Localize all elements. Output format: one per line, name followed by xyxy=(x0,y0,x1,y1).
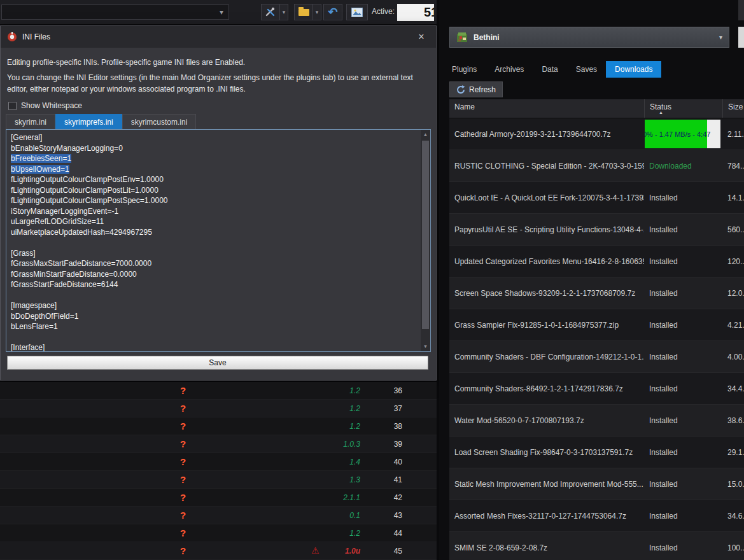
download-row[interactable]: Updated Categorized Favorites Menu-16416… xyxy=(449,246,744,277)
editor-line[interactable]: [Grass] xyxy=(11,248,418,259)
download-row[interactable]: Water Mod-56520-0-7-1700807193.7zInstall… xyxy=(449,405,744,437)
unknown-category-icon[interactable]: ? xyxy=(180,438,186,449)
download-row[interactable]: Screen Space Shadows-93209-1-2-1-1737068… xyxy=(449,277,744,309)
unknown-category-icon[interactable]: ? xyxy=(180,492,186,503)
tab-data[interactable]: Data xyxy=(533,61,566,78)
editor-line[interactable]: fGrassMinStartFadeDistance=0.0000 xyxy=(11,269,418,280)
editor-line[interactable]: bDoDepthOfField=1 xyxy=(11,311,418,322)
download-row[interactable]: PapyrusUtil AE SE - Scripting Utility Fu… xyxy=(449,214,744,246)
run-button-partial[interactable] xyxy=(738,27,744,48)
unknown-category-icon[interactable]: ? xyxy=(180,510,186,521)
unknown-category-icon[interactable]: ? xyxy=(180,403,186,414)
editor-line[interactable]: [General] xyxy=(11,132,418,143)
editor-line[interactable]: uiMarketplaceUpdatedHash=4294967295 xyxy=(11,227,418,238)
editor-line[interactable]: fLightingOutputColourClampPostEnv=1.0000 xyxy=(11,174,418,185)
scroll-up-icon[interactable]: ▲ xyxy=(421,130,430,139)
ini-tab-skyrim-ini[interactable]: skyrim.ini xyxy=(6,114,55,129)
mod-row[interactable]: ?1.236 xyxy=(0,382,437,400)
tab-plugins[interactable]: Plugins xyxy=(443,61,486,78)
download-status: Installed xyxy=(644,532,722,560)
ini-files-dialog: INI Files × Editing profile-specific INI… xyxy=(0,25,437,381)
download-status: Installed xyxy=(644,182,722,213)
open-folder-button[interactable] xyxy=(294,4,313,20)
refresh-button[interactable]: Refresh xyxy=(449,81,503,97)
image-button[interactable] xyxy=(346,4,368,20)
download-row[interactable]: QuickLoot IE - A QuickLoot EE Fork-12007… xyxy=(449,182,744,214)
editor-line[interactable]: bEnableStoryManagerLogging=0 xyxy=(11,143,418,154)
download-row[interactable]: Grass Sampler Fix-91285-1-0-1-1684975377… xyxy=(449,309,744,341)
mod-row[interactable]: ?1.244 xyxy=(0,524,437,542)
show-whitespace-checkbox[interactable] xyxy=(8,102,17,110)
folder-dropdown-caret[interactable]: ▾ xyxy=(313,4,321,20)
editor-line[interactable]: bFreebiesSeen=1 xyxy=(11,153,418,164)
mod-row[interactable]: ?⚠1.0u45 xyxy=(0,542,437,560)
editor-line[interactable] xyxy=(11,237,418,248)
editor-scrollbar[interactable]: ▲ ▼ xyxy=(421,130,430,351)
editor-line[interactable]: [Imagespace] xyxy=(11,300,418,311)
close-icon[interactable]: × xyxy=(413,30,430,44)
tab-archives[interactable]: Archives xyxy=(486,61,533,78)
scroll-down-icon[interactable]: ▼ xyxy=(421,342,430,351)
profile-selector[interactable]: ▾ xyxy=(1,4,229,20)
download-row[interactable]: Community Shaders - DBF Configuration-14… xyxy=(449,341,744,373)
download-row[interactable]: SMIM SE 2-08-659-2-08.7zInstalled100... xyxy=(449,532,744,560)
editor-line[interactable]: fLightingOutputColourClampPostSpec=1.000… xyxy=(11,195,418,206)
active-count-field[interactable]: 51 xyxy=(397,4,434,21)
unknown-category-icon[interactable]: ? xyxy=(180,545,186,556)
unknown-category-icon[interactable]: ? xyxy=(180,421,186,431)
editor-line[interactable]: bUpsellOwned=1 xyxy=(11,164,418,175)
save-button[interactable]: Save xyxy=(7,356,428,370)
editor-line[interactable]: uLargeRefLODGridSize=11 xyxy=(11,216,418,227)
download-size: 14.1... xyxy=(722,193,744,202)
picture-icon xyxy=(351,8,363,17)
mod-row[interactable]: ?1.237 xyxy=(0,400,437,417)
unknown-category-icon[interactable]: ? xyxy=(180,456,186,467)
active-label: Active: xyxy=(372,7,395,16)
column-header-status[interactable]: Status ▲ xyxy=(644,99,722,118)
editor-line[interactable]: fLightingOutputColourClampPostLit=1.0000 xyxy=(11,185,418,196)
mod-version: 1.2 xyxy=(297,422,360,431)
editor-line[interactable]: fGrassMaxStartFadeDistance=7000.0000 xyxy=(11,258,418,269)
editor-line[interactable]: bLensFlare=1 xyxy=(11,321,418,332)
mod-row[interactable]: ?1.0.339 xyxy=(0,435,437,453)
editor-line[interactable]: iStoryManagerLoggingEvent=-1 xyxy=(11,206,418,217)
column-header-name[interactable]: Name xyxy=(449,99,644,118)
column-header-size[interactable]: Size xyxy=(722,99,744,118)
download-row[interactable]: Assorted Mesh Fixes-32117-0-127-17447530… xyxy=(449,500,744,532)
tools-dropdown-caret[interactable]: ▾ xyxy=(280,4,288,20)
tab-saves[interactable]: Saves xyxy=(567,61,606,78)
unknown-category-icon[interactable]: ? xyxy=(180,528,186,538)
editor-line[interactable] xyxy=(11,332,418,343)
mod-row[interactable]: ?1.238 xyxy=(0,417,437,435)
download-size: 4.00... xyxy=(722,353,744,361)
mod-row[interactable]: ?2.1.142 xyxy=(0,489,437,507)
unknown-category-icon[interactable]: ? xyxy=(180,385,186,396)
download-row[interactable]: Community Shaders-86492-1-2-1-1742917836… xyxy=(449,373,744,405)
unknown-category-icon[interactable]: ? xyxy=(180,474,186,485)
download-row[interactable]: Cathedral Armory-20199-3-21-1739644700.7… xyxy=(449,118,744,150)
undo-button[interactable]: ↶ xyxy=(323,4,342,20)
image-tool-group xyxy=(346,4,368,20)
scrollbar-thumb[interactable] xyxy=(422,141,429,329)
ini-tab-skyrimprefs-ini[interactable]: skyrimprefs.ini xyxy=(55,114,122,129)
tools-button[interactable] xyxy=(261,4,280,20)
editor-line[interactable] xyxy=(11,290,418,301)
dialog-titlebar[interactable]: INI Files × xyxy=(1,26,436,48)
download-row[interactable]: Static Mesh Improvement Mod Improvement … xyxy=(449,468,744,500)
ini-editor[interactable]: [General]bEnableStoryManagerLogging=0bFr… xyxy=(6,129,431,352)
undo-icon: ↶ xyxy=(328,6,337,18)
mod-row[interactable]: ?0.143 xyxy=(0,507,437,524)
download-row[interactable]: RUSTIC CLOTHING - Special Edition - 2K-4… xyxy=(449,150,744,182)
download-name: Static Mesh Improvement Mod Improvement … xyxy=(449,480,644,489)
ini-tab-skyrimcustom-ini[interactable]: skyrimcustom.ini xyxy=(122,114,197,129)
mod-row[interactable]: ?1.341 xyxy=(0,471,437,489)
tab-downloads[interactable]: Downloads xyxy=(606,61,661,78)
mod-version: 1.2 xyxy=(297,529,360,538)
editor-line[interactable]: fGrassStartFadeDistance=6144 xyxy=(11,279,418,290)
editor-line[interactable]: [Interface] xyxy=(11,342,418,352)
selected-text: bUpsellOwned=1 xyxy=(11,165,69,174)
mod-row[interactable]: ?1.440 xyxy=(0,453,437,471)
executable-selector[interactable]: Bethini ▾ xyxy=(449,27,729,48)
ini-tabs: skyrim.iniskyrimprefs.iniskyrimcustom.in… xyxy=(6,114,196,129)
download-row[interactable]: Load Screen Shading Fix-98647-0-3-170313… xyxy=(449,437,744,468)
